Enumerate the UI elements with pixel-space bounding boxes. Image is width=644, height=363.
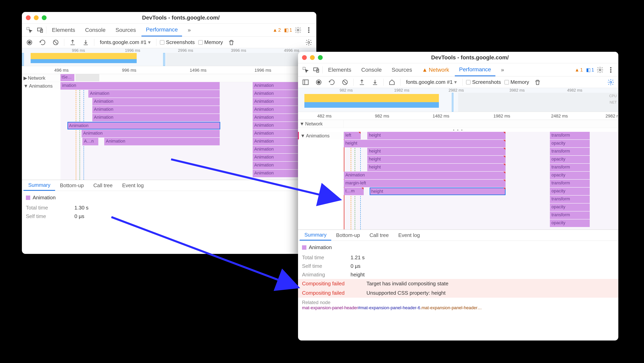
record-icon[interactable] <box>25 38 34 47</box>
range-handle-left[interactable] <box>22 53 24 66</box>
tab-bottom-up[interactable]: Bottom-up <box>55 180 88 191</box>
sidebar-toggle-icon[interactable] <box>301 78 310 87</box>
animation-bar[interactable]: transform <box>550 132 590 139</box>
animation-bar[interactable]: opacity <box>550 219 590 227</box>
animation-bar[interactable]: opacity <box>550 172 590 179</box>
network-item[interactable] <box>76 74 99 81</box>
animation-bar[interactable]: opacity <box>550 140 590 147</box>
network-track[interactable]: ▼ Network <box>298 120 618 128</box>
clear-icon[interactable] <box>51 38 60 47</box>
tab-network[interactable]: ▲Network <box>418 63 454 76</box>
device-toggle-icon[interactable] <box>312 65 321 75</box>
animation-bar[interactable]: transform <box>550 180 590 187</box>
gc-icon[interactable] <box>226 38 236 47</box>
upload-icon[interactable] <box>357 78 367 87</box>
inspect-icon[interactable] <box>301 65 310 75</box>
home-icon[interactable] <box>387 78 397 87</box>
more-menu-icon[interactable] <box>606 65 616 75</box>
memory-checkbox[interactable]: Memory <box>198 39 223 45</box>
zoom-icon[interactable] <box>42 15 46 20</box>
warnings-badge[interactable]: ▲ 2 <box>273 27 281 33</box>
tab-elements[interactable]: Elements <box>48 24 80 37</box>
animation-bar[interactable]: height <box>367 132 506 139</box>
flame-chart[interactable]: imation Animation Animation Animation An… <box>60 82 316 180</box>
tab-performance[interactable]: Performance <box>142 24 182 37</box>
overview-minimap[interactable]: 996 ms 1996 ms 2996 ms 3996 ms 4996 ms <box>22 48 316 66</box>
flame-chart[interactable]: left height height height height height … <box>344 132 618 229</box>
animation-bar[interactable]: height <box>344 140 506 147</box>
main-ruler[interactable]: 496 ms 996 ms 1496 ms 1996 ms 2496 <box>22 66 316 74</box>
tab-call-tree[interactable]: Call tree <box>365 230 394 240</box>
animation-bar[interactable]: height <box>367 164 506 171</box>
range-handle[interactable] <box>452 93 454 112</box>
tab-bottom-up[interactable]: Bottom-up <box>331 230 365 240</box>
tab-sources[interactable]: Sources <box>387 63 416 76</box>
close-icon[interactable] <box>26 15 31 20</box>
inspect-icon[interactable] <box>25 25 34 35</box>
animation-bar[interactable]: transform <box>550 196 590 203</box>
download-icon[interactable] <box>81 38 90 47</box>
tab-summary[interactable]: Summary <box>24 180 55 191</box>
animation-bar[interactable]: height <box>367 156 506 163</box>
issues-badge[interactable]: ◧ 1 <box>284 27 292 33</box>
minimize-icon[interactable] <box>310 55 315 60</box>
animation-bar[interactable]: opacity <box>550 156 590 163</box>
gc-icon[interactable] <box>533 78 542 87</box>
network-track[interactable]: ▶ Network tSe… <box>22 74 316 82</box>
tab-sources[interactable]: Sources <box>111 24 140 37</box>
settings-gear-icon[interactable] <box>595 65 605 75</box>
animation-bar[interactable]: opacity <box>550 188 590 195</box>
tab-elements[interactable]: Elements <box>324 63 356 76</box>
tab-call-tree[interactable]: Call tree <box>88 180 118 191</box>
memory-checkbox[interactable]: Memory <box>504 79 529 85</box>
animation-bar[interactable]: t…m <box>344 188 364 195</box>
minimize-icon[interactable] <box>34 15 38 20</box>
tab-console[interactable]: Console <box>357 63 386 76</box>
warnings-badge[interactable]: ▲ 1 <box>575 67 583 73</box>
animation-bar[interactable]: Animation <box>92 114 220 122</box>
recording-select[interactable]: fonts.google.com #1▾ <box>404 78 459 86</box>
network-item[interactable]: tSe… <box>60 74 74 81</box>
zoom-icon[interactable] <box>318 55 323 60</box>
reload-record-icon[interactable] <box>38 38 47 47</box>
animation-bar[interactable]: height <box>367 148 506 155</box>
animation-bar[interactable]: Animation <box>92 106 220 114</box>
animation-bar[interactable]: transform <box>550 211 590 219</box>
screenshots-checkbox[interactable]: Screenshots <box>466 79 501 85</box>
main-ruler[interactable]: 482 ms 982 ms 1482 ms 1982 ms 2482 ms 29… <box>298 112 618 120</box>
track-ellipsis[interactable]: • • • <box>298 128 618 132</box>
recording-select[interactable]: fonts.google.com #1▾ <box>98 39 152 46</box>
tab-summary[interactable]: Summary <box>300 230 331 240</box>
animation-bar[interactable]: transform <box>550 164 590 171</box>
animation-bar[interactable]: A…n <box>82 138 98 145</box>
tab-performance[interactable]: Performance <box>455 63 496 76</box>
tab-event-log[interactable]: Event log <box>118 180 148 191</box>
animation-bar[interactable]: transform <box>550 148 590 155</box>
screenshots-checkbox[interactable]: Screenshots <box>160 39 195 45</box>
animation-bar[interactable]: Animation <box>104 138 220 145</box>
record-icon[interactable] <box>314 78 324 87</box>
device-toggle-icon[interactable] <box>36 25 45 35</box>
range-handle-right[interactable] <box>163 53 165 66</box>
animation-bar[interactable]: imation <box>60 82 220 90</box>
related-node-link[interactable]: mat-expansion-panel-header#mat-expansion… <box>302 305 614 310</box>
issues-badge[interactable]: ◧ 1 <box>586 67 594 73</box>
tab-console[interactable]: Console <box>81 24 110 37</box>
overview-minimap[interactable]: 982 ms 1982 ms 2982 ms 3982 ms 4982 ms C… <box>298 88 618 112</box>
tabs-overflow[interactable]: » <box>183 24 195 37</box>
animation-bar[interactable]: Animation <box>88 90 220 98</box>
more-menu-icon[interactable] <box>304 25 314 35</box>
clear-icon[interactable] <box>340 78 350 87</box>
animation-bar[interactable]: left <box>344 132 361 139</box>
animation-bar[interactable]: opacity <box>550 203 590 211</box>
capture-settings-gear-icon[interactable] <box>606 78 616 87</box>
animation-bar-selected[interactable]: Animation <box>68 122 220 129</box>
settings-gear-icon[interactable] <box>293 25 303 35</box>
close-icon[interactable] <box>302 55 307 60</box>
tab-event-log[interactable]: Event log <box>394 230 424 240</box>
animation-bar[interactable]: Animation <box>92 98 220 106</box>
tabs-overflow[interactable]: » <box>496 63 508 76</box>
download-icon[interactable] <box>370 78 380 87</box>
animation-bar-selected[interactable]: height <box>370 188 506 195</box>
reload-record-icon[interactable] <box>327 78 336 87</box>
